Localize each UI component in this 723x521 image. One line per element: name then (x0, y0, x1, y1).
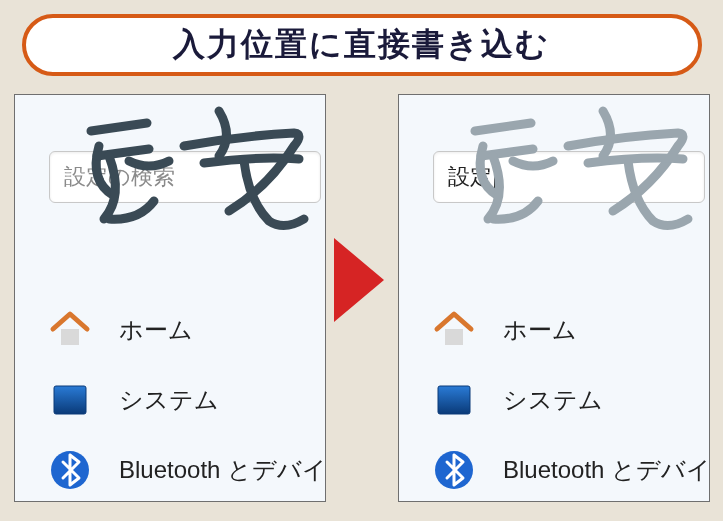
svg-rect-4 (445, 329, 463, 345)
panel-before: 設定の検索 ホーム (14, 94, 326, 502)
sidebar-item-label: ホーム (503, 314, 577, 346)
sidebar-item-system[interactable]: システム (433, 365, 705, 435)
bluetooth-icon (433, 449, 475, 491)
svg-rect-1 (54, 386, 86, 414)
sidebar-item-label: Bluetooth とデバイ (503, 454, 710, 486)
home-icon (433, 309, 475, 351)
sidebar-item-bluetooth[interactable]: Bluetooth とデバイ (433, 435, 705, 502)
search-placeholder: 設定の検索 (64, 162, 175, 192)
sidebar-item-system[interactable]: システム (49, 365, 321, 435)
sidebar-item-label: Bluetooth とデバイ (119, 454, 326, 486)
sidebar-item-label: システム (119, 384, 219, 416)
search-input-before[interactable]: 設定の検索 (49, 151, 321, 203)
sidebar-item-home[interactable]: ホーム (433, 295, 705, 365)
panel-after: 設定 ホーム (398, 94, 710, 502)
home-icon (49, 309, 91, 351)
svg-marker-3 (334, 238, 384, 322)
svg-rect-5 (438, 386, 470, 414)
panels-row: 設定の検索 ホーム (14, 94, 710, 502)
svg-rect-0 (61, 329, 79, 345)
settings-list-before: ホーム システム Bluetooth とデバイ (49, 295, 321, 502)
bluetooth-icon (49, 449, 91, 491)
sidebar-item-label: システム (503, 384, 603, 416)
arrow-icon (326, 234, 396, 326)
sidebar-item-bluetooth[interactable]: Bluetooth とデバイ (49, 435, 321, 502)
search-value: 設定 (448, 162, 492, 192)
text-caret (494, 164, 496, 190)
sidebar-item-home[interactable]: ホーム (49, 295, 321, 365)
sidebar-item-label: ホーム (119, 314, 193, 346)
system-icon (433, 379, 475, 421)
search-input-after[interactable]: 設定 (433, 151, 705, 203)
headline-text: 入力位置に直接書き込む (173, 23, 550, 67)
settings-list-after: ホーム システム Bluetooth とデバイ (433, 295, 705, 502)
headline-pill: 入力位置に直接書き込む (22, 14, 702, 76)
system-icon (49, 379, 91, 421)
